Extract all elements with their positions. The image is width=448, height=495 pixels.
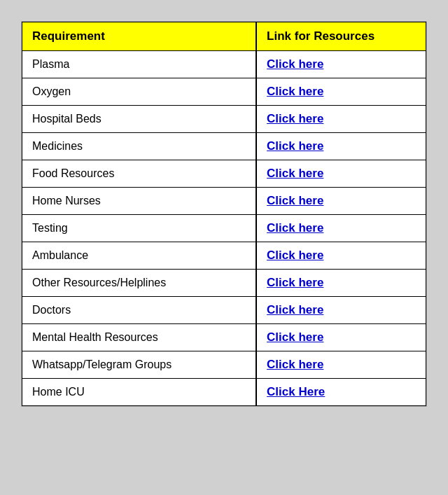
click-here-link[interactable]: Click here xyxy=(267,112,323,125)
requirement-cell: Home ICU xyxy=(22,379,256,406)
table-row: TestingClick here xyxy=(22,215,426,242)
click-here-link[interactable]: Click here xyxy=(267,167,323,180)
click-here-link[interactable]: Click here xyxy=(267,249,323,262)
link-cell: Click here xyxy=(257,160,426,188)
click-here-link[interactable]: Click here xyxy=(267,139,323,153)
requirement-cell: Testing xyxy=(22,215,256,242)
requirement-cell: Doctors xyxy=(22,297,256,324)
click-here-link[interactable]: Click here xyxy=(267,303,323,316)
header-requirement: Requirement xyxy=(22,22,256,51)
table-row: Home ICUClick Here xyxy=(22,379,426,406)
click-here-link[interactable]: Click here xyxy=(267,85,323,98)
requirement-cell: Other Resources/Helplines xyxy=(22,270,256,297)
link-cell: Click here xyxy=(257,351,426,379)
requirement-cell: Mental Health Resources xyxy=(22,324,256,351)
link-cell: Click here xyxy=(257,188,426,215)
click-here-link[interactable]: Click here xyxy=(267,358,323,371)
requirement-cell: Plasma xyxy=(22,51,256,78)
table-row: Other Resources/HelplinesClick here xyxy=(22,270,426,297)
click-here-link[interactable]: Click here xyxy=(267,57,323,71)
click-here-link[interactable]: Click here xyxy=(267,330,323,344)
requirement-cell: Whatsapp/Telegram Groups xyxy=(22,351,256,379)
resource-table-container: Requirement Link for Resources PlasmaCli… xyxy=(21,21,427,407)
link-cell: Click here xyxy=(257,106,426,133)
link-cell: Click here xyxy=(257,51,426,78)
click-here-link[interactable]: Click here xyxy=(267,194,323,207)
link-cell: Click here xyxy=(257,270,426,297)
table-row: Mental Health ResourcesClick here xyxy=(22,324,426,351)
link-cell: Click here xyxy=(257,215,426,242)
table-row: OxygenClick here xyxy=(22,78,426,106)
requirement-cell: Oxygen xyxy=(22,78,256,106)
table-row: Hospital BedsClick here xyxy=(22,106,426,133)
click-here-link[interactable]: Click Here xyxy=(267,385,325,398)
link-cell: Click here xyxy=(257,133,426,160)
requirement-cell: Food Resources xyxy=(22,160,256,188)
link-cell: Click here xyxy=(257,324,426,351)
requirement-cell: Medicines xyxy=(22,133,256,160)
resource-table: Requirement Link for Resources PlasmaCli… xyxy=(22,22,426,406)
link-cell: Click here xyxy=(257,78,426,106)
table-row: PlasmaClick here xyxy=(22,51,426,78)
requirement-cell: Ambulance xyxy=(22,242,256,270)
requirement-cell: Hospital Beds xyxy=(22,106,256,133)
requirement-cell: Home Nurses xyxy=(22,188,256,215)
link-cell: Click Here xyxy=(257,379,426,406)
link-cell: Click here xyxy=(257,297,426,324)
header-link-resources: Link for Resources xyxy=(257,22,426,51)
table-row: Whatsapp/Telegram GroupsClick here xyxy=(22,351,426,379)
click-here-link[interactable]: Click here xyxy=(267,221,323,235)
click-here-link[interactable]: Click here xyxy=(267,276,323,289)
table-row: MedicinesClick here xyxy=(22,133,426,160)
table-row: DoctorsClick here xyxy=(22,297,426,324)
link-cell: Click here xyxy=(257,242,426,270)
table-row: Home NursesClick here xyxy=(22,188,426,215)
table-row: Food ResourcesClick here xyxy=(22,160,426,188)
table-row: AmbulanceClick here xyxy=(22,242,426,270)
